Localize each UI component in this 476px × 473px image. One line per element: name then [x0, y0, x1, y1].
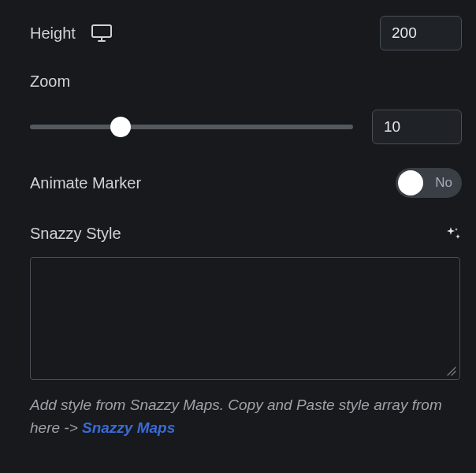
- zoom-section: Zoom: [30, 73, 462, 144]
- snazzy-row: Snazzy Style: [30, 225, 462, 243]
- snazzy-maps-link[interactable]: Snazzy Maps: [82, 419, 175, 436]
- sparkle-icon[interactable]: [444, 225, 462, 243]
- height-label-group: Height: [30, 24, 112, 43]
- height-row: Height: [30, 16, 462, 50]
- slider-track: [30, 125, 353, 129]
- animate-row: Animate Marker No: [30, 168, 462, 198]
- desktop-icon: [91, 24, 112, 42]
- helper-text: Add style from Snazzy Maps. Copy and Pas…: [30, 394, 456, 439]
- animate-label: Animate Marker: [30, 174, 141, 192]
- zoom-label: Zoom: [30, 73, 462, 91]
- snazzy-textarea[interactable]: [31, 258, 459, 379]
- zoom-input[interactable]: [372, 110, 462, 144]
- height-label: Height: [30, 24, 76, 43]
- svg-rect-0: [92, 25, 111, 37]
- height-input[interactable]: [380, 16, 462, 50]
- animate-toggle[interactable]: No: [396, 168, 462, 198]
- snazzy-label: Snazzy Style: [30, 225, 121, 243]
- toggle-state-label: No: [435, 175, 452, 191]
- slider-thumb[interactable]: [110, 117, 131, 137]
- zoom-controls: [30, 110, 462, 144]
- toggle-knob: [398, 170, 423, 196]
- zoom-slider[interactable]: [30, 117, 353, 137]
- snazzy-textarea-wrap: [30, 257, 460, 380]
